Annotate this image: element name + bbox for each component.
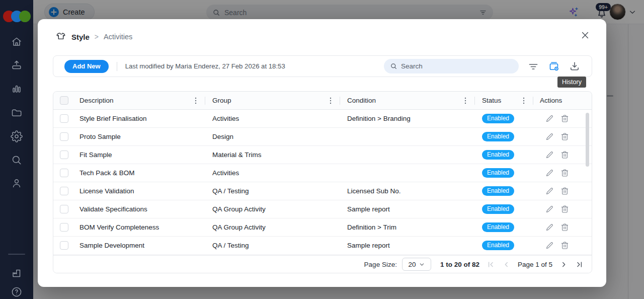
status-badge: Enabled <box>482 114 514 123</box>
column-menu-icon[interactable] <box>461 96 470 105</box>
cell-actions <box>533 182 592 200</box>
status-badge: Enabled <box>482 186 514 196</box>
edit-pencil-icon[interactable] <box>545 114 554 123</box>
last-page-icon[interactable] <box>575 260 584 269</box>
table-search[interactable] <box>384 59 519 73</box>
column-status: Status <box>475 92 533 109</box>
delete-trash-icon[interactable] <box>560 169 569 177</box>
cell-description: License Validation <box>75 182 205 200</box>
column-label: Group <box>212 97 231 104</box>
page-size-select[interactable]: 20 <box>402 258 431 271</box>
delete-trash-icon[interactable] <box>560 151 569 159</box>
chevron-down-icon <box>419 262 425 267</box>
cell-condition <box>340 164 475 182</box>
sidebar <box>0 0 33 299</box>
analytics-icon[interactable] <box>11 83 23 95</box>
cell-status: Enabled <box>475 128 533 145</box>
row-checkbox[interactable] <box>60 223 68 232</box>
home-icon[interactable] <box>11 36 23 48</box>
cell-group: QA Group Activity <box>205 218 340 236</box>
column-menu-icon[interactable] <box>519 96 528 105</box>
cell-status: Enabled <box>475 182 533 200</box>
cell-condition <box>340 146 475 164</box>
cell-actions <box>533 128 592 145</box>
row-checkbox[interactable] <box>60 205 68 213</box>
activities-table: Description Group Condition Status Actio… <box>53 91 592 273</box>
delete-trash-icon[interactable] <box>560 187 569 195</box>
cell-description: Proto Sample <box>75 128 205 145</box>
row-checkbox[interactable] <box>60 169 68 177</box>
edit-pencil-icon[interactable] <box>545 187 554 195</box>
download-icon[interactable] <box>569 60 581 72</box>
column-menu-icon[interactable] <box>191 96 200 105</box>
cell-description: BOM Verify Completeness <box>75 218 205 236</box>
cell-status: Enabled <box>475 110 533 127</box>
add-new-button[interactable]: Add New <box>64 60 109 73</box>
row-checkbox[interactable] <box>60 151 68 159</box>
row-checkbox[interactable] <box>60 241 68 250</box>
breadcrumb-style[interactable]: Style <box>71 33 90 41</box>
edit-pencil-icon[interactable] <box>545 241 554 250</box>
edit-pencil-icon[interactable] <box>545 205 554 213</box>
select-all-checkbox[interactable] <box>60 96 68 105</box>
cell-condition <box>340 128 475 145</box>
table-scrollbar-thumb[interactable] <box>586 113 589 167</box>
search-icon[interactable] <box>11 154 23 166</box>
status-badge: Enabled <box>482 168 514 178</box>
close-icon[interactable] <box>580 30 590 40</box>
edit-pencil-icon[interactable] <box>545 223 554 232</box>
status-badge: Enabled <box>482 222 514 232</box>
edit-pencil-icon[interactable] <box>545 132 554 141</box>
first-page-icon[interactable] <box>487 260 495 269</box>
page-indicator: Page 1 of 5 <box>518 261 552 268</box>
delete-trash-icon[interactable] <box>560 223 569 232</box>
folder-icon[interactable] <box>11 107 23 119</box>
pagination-bar: Page Size: 20 1 to 20 of 82 Page 1 of 5 <box>53 255 592 273</box>
cell-group: Activities <box>205 164 340 182</box>
pagination-range: 1 to 20 of 82 <box>440 261 479 268</box>
delete-trash-icon[interactable] <box>560 241 569 250</box>
table-row: Sample Development QA / Testing Sample r… <box>53 237 592 255</box>
brand-logo[interactable] <box>3 11 31 22</box>
filter-icon[interactable] <box>527 60 539 72</box>
upload-icon[interactable] <box>11 59 23 71</box>
factory-icon[interactable] <box>11 267 23 279</box>
cell-group: Design <box>205 128 340 145</box>
cell-description: Sample Development <box>75 237 205 254</box>
next-page-icon[interactable] <box>559 260 568 269</box>
settings-gear-icon[interactable] <box>11 130 23 142</box>
history-tooltip: History <box>557 77 586 88</box>
cell-status: Enabled <box>475 218 533 236</box>
column-label: Description <box>79 97 114 104</box>
edit-pencil-icon[interactable] <box>545 169 554 177</box>
cell-description: Fit Sample <box>75 146 205 164</box>
row-checkbox[interactable] <box>60 132 68 141</box>
help-icon[interactable] <box>11 286 23 298</box>
table-row: License Validation QA / Testing Licensed… <box>53 182 592 200</box>
row-checkbox[interactable] <box>60 187 68 195</box>
user-icon[interactable] <box>11 177 23 189</box>
breadcrumb-separator: > <box>95 33 99 41</box>
cell-condition: Licensed Sub No. <box>340 182 475 200</box>
table-row: Proto Sample Design Enabled <box>53 128 592 146</box>
toolbar-divider <box>117 62 117 71</box>
row-checkbox[interactable] <box>60 114 68 123</box>
edit-pencil-icon[interactable] <box>545 151 554 159</box>
table-header: Description Group Condition Status Actio… <box>53 92 592 110</box>
column-actions: Actions <box>533 92 592 109</box>
table-row: Fit Sample Material & Trims Enabled <box>53 146 592 164</box>
column-menu-icon[interactable] <box>326 96 335 105</box>
delete-trash-icon[interactable] <box>560 114 569 123</box>
cell-description: Tech Pack & BOM <box>75 164 205 182</box>
previous-page-icon[interactable] <box>502 260 511 269</box>
activities-modal: Style > Activities Add New Last modified… <box>38 19 606 287</box>
breadcrumb-activities: Activities <box>104 33 132 41</box>
table-row: Tech Pack & BOM Activities Enabled <box>53 164 592 182</box>
delete-trash-icon[interactable] <box>560 205 569 213</box>
cell-description: Validate Specifications <box>75 200 205 218</box>
cell-actions <box>533 237 592 254</box>
history-icon[interactable] <box>548 60 560 72</box>
table-row: Validate Specifications QA Group Activit… <box>53 200 592 218</box>
table-search-input[interactable] <box>401 62 513 70</box>
delete-trash-icon[interactable] <box>560 132 569 141</box>
